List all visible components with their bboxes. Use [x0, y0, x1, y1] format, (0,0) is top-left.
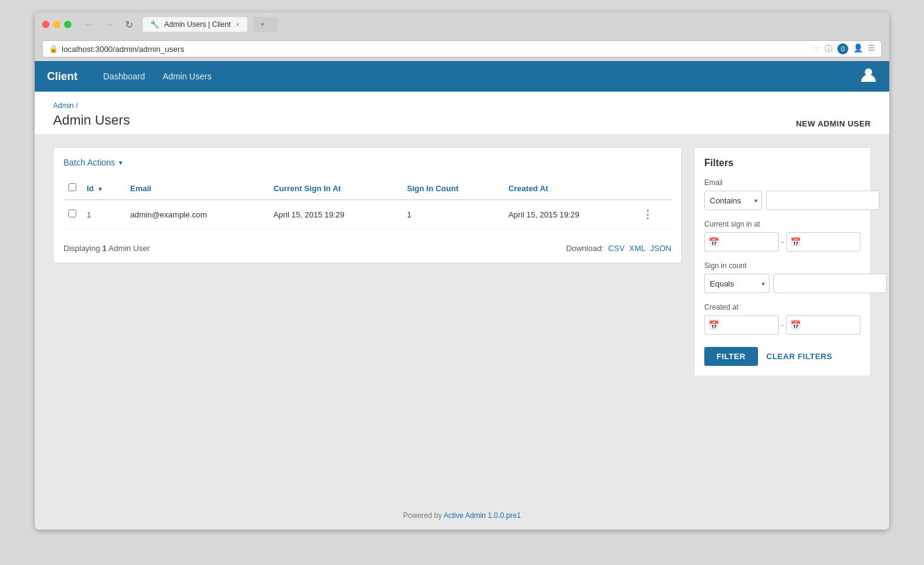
- displaying-number: 1: [103, 244, 107, 253]
- nav-brand: Client: [47, 70, 78, 83]
- new-admin-user-button[interactable]: NEW ADMIN USER: [796, 119, 871, 128]
- displaying-label: Displaying: [63, 244, 100, 253]
- row-id-cell: 1: [82, 200, 125, 229]
- created-at-filter-label: Created at: [704, 303, 861, 312]
- main-content: Batch Actions ▼ Id ▼: [35, 135, 889, 501]
- created-at-range-separator: -: [781, 320, 784, 330]
- nav-link-admin-users[interactable]: Admin Users: [156, 67, 219, 86]
- download-csv[interactable]: CSV: [608, 244, 625, 253]
- row-created-at-cell: April 15, 2015 19:29: [504, 200, 637, 229]
- url-bar[interactable]: 🔒 localhost:3000/admin/admin_users ☆ ⓘ 0…: [42, 40, 882, 57]
- col-header-created-at[interactable]: Created At: [504, 177, 637, 200]
- page-title: Admin Users: [53, 112, 130, 128]
- select-all-checkbox[interactable]: [68, 183, 76, 191]
- forward-button[interactable]: →: [101, 18, 118, 32]
- reload-button[interactable]: ↻: [121, 18, 137, 32]
- col-header-actions: [637, 177, 671, 200]
- minimize-window-button[interactable]: [53, 21, 60, 28]
- page-header: Admin / Admin Users NEW ADMIN USER: [35, 92, 889, 135]
- col-id-label: Id: [87, 184, 94, 193]
- table-panel: Batch Actions ▼ Id ▼: [53, 147, 682, 263]
- created-at-to-calendar-icon[interactable]: 📅: [790, 320, 801, 330]
- tab-title: Admin Users | Client: [164, 20, 231, 29]
- created-at-to-input[interactable]: [801, 321, 856, 330]
- filters-panel: Filters Email Contains Equals Starts wit…: [694, 147, 871, 376]
- breadcrumb-separator: /: [76, 101, 78, 110]
- created-at-filter-group: Created at 📅 - 📅: [704, 303, 861, 335]
- row-id-link[interactable]: 1: [87, 210, 91, 219]
- download-json[interactable]: JSON: [650, 244, 671, 253]
- footer-link[interactable]: Active Admin 1.0.0.pre1: [444, 511, 521, 520]
- email-filter-group: Email Contains Equals Starts with Ends w…: [704, 178, 861, 210]
- col-header-email[interactable]: Email: [125, 177, 269, 200]
- breadcrumb-admin-link[interactable]: Admin: [53, 101, 74, 110]
- table-row: 1 admin@example.com April 15, 2015 19:29…: [63, 200, 671, 229]
- filter-button[interactable]: FILTER: [704, 347, 758, 366]
- sign-in-at-from-calendar-icon[interactable]: 📅: [709, 237, 719, 247]
- col-header-sign-in-count[interactable]: Sign In Count: [402, 177, 504, 200]
- breadcrumb: Admin /: [53, 101, 130, 110]
- sign-in-at-date-range: 📅 - 📅: [704, 232, 861, 252]
- account-icon[interactable]: 👤: [853, 43, 863, 54]
- row-actions-cell: ⋮: [637, 200, 671, 229]
- browser-titlebar: ← → ↻ 🔧 Admin Users | Client × +: [35, 12, 889, 37]
- batch-actions-label: Batch Actions: [63, 158, 115, 167]
- menu-icon[interactable]: ☰: [868, 43, 875, 54]
- created-at-from-input[interactable]: [719, 321, 774, 330]
- col-sign-in-count-label: Sign In Count: [407, 184, 458, 193]
- email-filter-input[interactable]: [766, 191, 879, 210]
- row-checkbox[interactable]: [68, 210, 76, 217]
- row-email-cell: admin@example.com: [125, 200, 269, 229]
- col-header-id[interactable]: Id ▼: [82, 177, 125, 200]
- back-button[interactable]: ←: [80, 18, 97, 32]
- col-email-label: Email: [130, 184, 151, 193]
- col-sign-in-at-label: Current Sign In At: [273, 184, 341, 193]
- browser-navigation: ← → ↻: [80, 18, 137, 32]
- browser-window-controls: [42, 21, 71, 28]
- created-at-from-calendar-icon[interactable]: 📅: [709, 320, 719, 330]
- sign-in-at-filter-label: Current sign in at: [704, 220, 861, 228]
- tab-close-button[interactable]: ×: [236, 21, 239, 28]
- sign-in-count-operator-wrapper: Equals Greater than Less than: [704, 274, 770, 293]
- info-icon[interactable]: ⓘ: [825, 43, 832, 54]
- extension-icon[interactable]: 0: [837, 43, 848, 54]
- download-label: Download:: [566, 244, 604, 253]
- active-tab[interactable]: 🔧 Admin Users | Client ×: [143, 17, 247, 32]
- displaying-resource: Admin User: [109, 244, 150, 253]
- email-filter-row: Contains Equals Starts with Ends with: [704, 191, 861, 210]
- sign-in-count-filter-label: Sign in count: [704, 261, 861, 270]
- close-window-button[interactable]: [42, 21, 49, 28]
- lock-icon: 🔒: [49, 45, 58, 53]
- sign-in-count-filter-group: Sign in count Equals Greater than Less t…: [704, 261, 861, 293]
- clear-filters-button[interactable]: CLEAR FILTERS: [764, 347, 835, 366]
- browser-addressbar: 🔒 localhost:3000/admin/admin_users ☆ ⓘ 0…: [35, 37, 889, 61]
- bookmark-icon[interactable]: ☆: [812, 43, 820, 54]
- sign-in-at-filter-group: Current sign in at 📅 - 📅: [704, 220, 861, 252]
- batch-actions-dropdown[interactable]: Batch Actions ▼: [63, 158, 671, 167]
- nav-links: Dashboard Admin Users: [96, 67, 860, 86]
- table-header-row: Id ▼ Email Current Sign In At Sign In Co…: [63, 177, 671, 200]
- select-all-header: [63, 177, 82, 200]
- sign-in-at-to-calendar-icon[interactable]: 📅: [790, 237, 801, 247]
- col-header-sign-in-at[interactable]: Current Sign In At: [269, 177, 402, 200]
- sign-in-count-operator-select[interactable]: Equals Greater than Less than: [704, 274, 770, 293]
- sign-in-at-from-wrapper: 📅: [704, 232, 779, 252]
- sign-in-at-to-input[interactable]: [801, 238, 856, 247]
- created-at-from-wrapper: 📅: [704, 315, 779, 335]
- new-tab-button[interactable]: +: [253, 17, 278, 32]
- email-operator-select[interactable]: Contains Equals Starts with Ends with: [704, 191, 762, 210]
- download-xml[interactable]: XML: [629, 244, 646, 253]
- sign-in-at-to-wrapper: 📅: [786, 232, 861, 252]
- app-container: Client Dashboard Admin Users Admin / Adm…: [35, 61, 889, 530]
- nav-user-icon[interactable]: [860, 66, 877, 87]
- row-sign-in-count-cell: 1: [402, 200, 504, 229]
- row-actions-menu[interactable]: ⋮: [642, 208, 653, 221]
- filters-title: Filters: [704, 158, 861, 169]
- nav-link-dashboard[interactable]: Dashboard: [96, 67, 153, 86]
- app-footer: Powered by Active Admin 1.0.0.pre1: [35, 501, 889, 530]
- sign-in-count-filter-input[interactable]: [773, 274, 887, 293]
- date-range-separator: -: [781, 237, 784, 247]
- maximize-window-button[interactable]: [64, 21, 71, 28]
- sign-in-at-from-input[interactable]: [719, 238, 774, 247]
- batch-actions-arrow: ▼: [118, 159, 124, 166]
